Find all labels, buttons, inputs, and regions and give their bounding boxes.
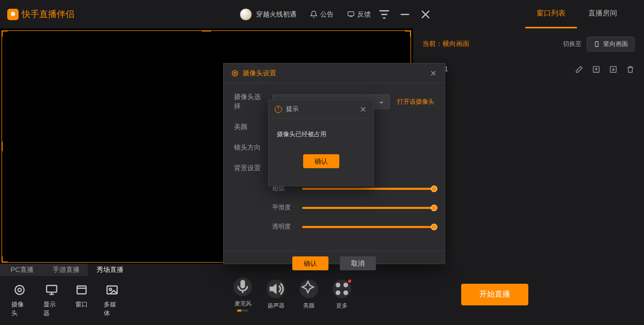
chevron-down-icon — [379, 99, 384, 105]
dialog-header: 摄像头设置 — [224, 63, 445, 83]
more-button[interactable]: 更多 — [333, 280, 351, 310]
svg-rect-10 — [241, 280, 245, 288]
svg-point-11 — [336, 283, 340, 287]
tip-footer: 确认 — [269, 150, 373, 175]
bell-icon — [310, 10, 318, 18]
minimize-icon[interactable] — [398, 7, 412, 22]
slider-thumb[interactable] — [431, 204, 437, 211]
crop-handle-tl[interactable] — [2, 30, 8, 37]
chat-icon — [347, 10, 355, 18]
start-live-button[interactable]: 开始直播 — [461, 284, 528, 305]
tip-message: 摄像头已经被占用 — [269, 119, 373, 150]
user-block[interactable]: 穿越火线初遇 — [240, 8, 296, 21]
slider-thumb[interactable] — [431, 223, 437, 230]
switch-wrap: 切换至 竖向画面 — [563, 37, 635, 52]
mic-level — [237, 310, 248, 312]
close-icon[interactable] — [418, 7, 433, 22]
mic-icon — [233, 278, 252, 296]
opacity-row: 透明度 — [234, 222, 434, 231]
grid-icon — [333, 280, 351, 298]
tab-live-room[interactable]: 直播房间 — [577, 0, 629, 28]
tab-window-list[interactable]: 窗口列表 — [525, 0, 577, 28]
delete-icon[interactable] — [626, 65, 635, 74]
feedback-link[interactable]: 反馈 — [347, 10, 371, 19]
svg-point-13 — [336, 290, 340, 295]
crop-handle-tr[interactable] — [405, 30, 411, 37]
crop-handle-mt[interactable] — [202, 30, 211, 37]
dialog-title: 摄像头设置 — [243, 69, 276, 78]
svg-point-16 — [234, 72, 236, 74]
tip-ok-button[interactable]: 确认 — [303, 154, 339, 168]
mode-tabs: PC直播 手游直播 秀场直播 — [0, 264, 132, 276]
add-window-button[interactable]: 窗口 — [75, 283, 88, 318]
logo-icon — [7, 9, 19, 20]
announcement-link[interactable]: 公告 — [310, 10, 334, 19]
warning-icon: ! — [275, 106, 282, 113]
side-panel: 当前：横向画面 切换至 竖向画面 摄像头 1 — [413, 28, 644, 264]
monitor-icon — [45, 283, 58, 297]
window-icon — [75, 283, 88, 297]
smoothness-row: 平滑度 — [234, 203, 434, 212]
source-item-tools — [575, 65, 635, 74]
media-icon — [105, 283, 119, 297]
open-camera-link[interactable]: 打开该摄像头 — [397, 98, 434, 106]
svg-point-9 — [109, 288, 112, 290]
add-media-button[interactable]: 多媒体 — [104, 283, 120, 318]
camera-select-label: 摄像头选择 — [234, 92, 265, 111]
tab-mobile-live[interactable]: 手游直播 — [44, 264, 88, 276]
tip-header: ! 提示 — [269, 100, 373, 119]
svg-point-5 — [18, 288, 22, 292]
dialog-cancel-button[interactable]: 取消 — [340, 256, 376, 270]
tip-close-icon[interactable] — [359, 105, 367, 113]
avatar — [240, 8, 252, 21]
svg-point-12 — [343, 283, 348, 287]
camera-header-icon — [231, 69, 239, 77]
portrait-icon — [593, 41, 600, 47]
switch-orientation-button[interactable]: 竖向画面 — [587, 37, 635, 52]
add-monitor-button[interactable]: 显示器 — [43, 283, 60, 318]
svg-rect-7 — [77, 286, 86, 294]
move-up-icon[interactable] — [592, 65, 601, 74]
svg-point-14 — [343, 290, 348, 295]
current-layout-label: 当前：横向画面 — [422, 39, 469, 48]
svg-rect-0 — [348, 12, 354, 16]
filter-icon[interactable] — [377, 7, 391, 22]
app-name: 快手直播伴侣 — [22, 8, 74, 20]
crop-handle-bl[interactable] — [2, 256, 8, 263]
dialog-ok-button[interactable]: 确认 — [292, 256, 328, 270]
source-list-item[interactable]: 摄像头 1 — [413, 59, 644, 79]
tab-pc-live[interactable]: PC直播 — [0, 264, 44, 276]
tip-title: 提示 — [286, 105, 299, 113]
app-logo: 快手直播伴侣 — [7, 8, 74, 20]
svg-rect-1 — [595, 41, 598, 46]
edit-icon[interactable] — [575, 65, 584, 74]
svg-point-15 — [232, 70, 238, 76]
user-name: 穿越火线初遇 — [256, 10, 296, 19]
beauty-button[interactable]: 美颜 — [300, 280, 318, 310]
move-down-icon[interactable] — [609, 65, 618, 74]
crop-handle-ml[interactable] — [2, 142, 8, 151]
camera-icon — [13, 283, 26, 297]
svg-point-4 — [15, 285, 24, 294]
slider-thumb[interactable] — [431, 185, 437, 192]
mic-button[interactable]: 麦克风 — [233, 278, 252, 312]
similarity-slider[interactable] — [302, 188, 434, 190]
speaker-button[interactable]: 扬声器 — [266, 280, 285, 310]
start-wrap: 开始直播 — [453, 264, 644, 325]
bottom-left: PC直播 手游直播 秀场直播 摄像头 显示器 窗口 多媒体 — [0, 264, 132, 325]
title-bar: 快手直播伴侣 穿越火线初遇 公告 反馈 窗口列表 直播房间 — [0, 0, 644, 28]
svg-rect-6 — [46, 285, 57, 292]
add-camera-button[interactable]: 摄像头 — [11, 283, 28, 318]
notification-dot — [348, 280, 351, 283]
switch-label: 切换至 — [563, 40, 582, 48]
speaker-icon — [266, 280, 285, 298]
tab-show-live[interactable]: 秀场直播 — [88, 264, 132, 276]
dialog-close-icon[interactable] — [429, 69, 437, 77]
smoothness-slider[interactable] — [302, 207, 434, 209]
tip-dialog: ! 提示 摄像头已经被占用 确认 — [268, 100, 374, 186]
dialog-footer: 确认 取消 — [224, 251, 445, 275]
source-buttons: 摄像头 显示器 窗口 多媒体 — [0, 276, 132, 325]
side-top: 当前：横向画面 切换至 竖向画面 — [413, 28, 644, 59]
opacity-slider[interactable] — [302, 226, 434, 228]
beauty-icon — [300, 280, 318, 298]
